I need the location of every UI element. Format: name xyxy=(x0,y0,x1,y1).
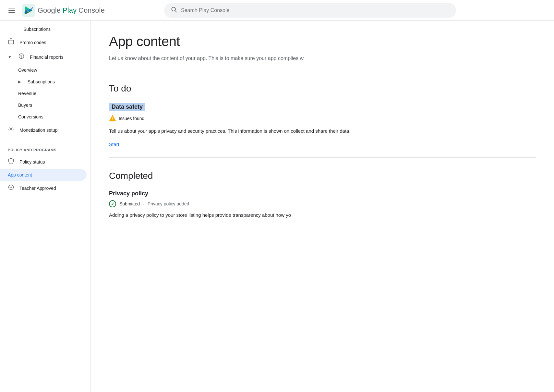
sidebar-label-subscriptions-top: Subscriptions xyxy=(23,27,51,32)
hamburger-line-2 xyxy=(8,10,15,11)
start-link[interactable]: Start xyxy=(109,141,119,147)
page-subtitle: Let us know about the content of your ap… xyxy=(109,55,536,62)
gear-icon xyxy=(8,126,14,134)
submitted-label: Submitted xyxy=(119,201,140,206)
svg-point-11 xyxy=(9,185,14,190)
warning-exclamation: ! xyxy=(112,117,113,121)
sidebar-label-promo-codes: Promo codes xyxy=(19,40,46,45)
app-layout: Google Play Console Subscriptions xyxy=(0,0,554,392)
main-content: App content Let us know about the conten… xyxy=(91,21,554,392)
data-safety-title: Data safety xyxy=(109,103,145,111)
search-input[interactable] xyxy=(181,7,450,13)
search-icon xyxy=(171,6,177,14)
store-icon xyxy=(8,38,14,46)
logo-icon xyxy=(22,4,35,17)
sidebar: Subscriptions Promo codes ▼ $ xyxy=(0,21,91,392)
section-divider-2 xyxy=(109,157,536,158)
logo-text: Google Play Console xyxy=(38,6,105,15)
data-safety-card: Data safety ! Issues found Tell us about… xyxy=(109,103,536,147)
sidebar-section-policy: Policy and programs xyxy=(0,143,90,154)
menu-button[interactable] xyxy=(5,4,18,17)
logo-area: Google Play Console xyxy=(22,4,105,17)
sidebar-label-teacher-approved: Teacher Approved xyxy=(19,186,56,191)
completed-section-title: Completed xyxy=(109,171,536,181)
sidebar-item-monetization-setup[interactable]: Monetization setup xyxy=(0,123,87,137)
svg-point-10 xyxy=(10,129,12,130)
sidebar-item-teacher-approved[interactable]: Teacher Approved xyxy=(0,181,87,195)
search-bar[interactable] xyxy=(164,3,456,18)
header: Google Play Console xyxy=(0,0,554,21)
sidebar-label-buyers: Buyers xyxy=(18,103,32,108)
page-title: App content xyxy=(109,34,536,49)
sidebar-label-financial-reports: Financial reports xyxy=(30,55,64,60)
completed-section: Completed Privacy policy ✓ Submitted · P… xyxy=(109,171,536,219)
svg-line-6 xyxy=(175,11,177,12)
svg-text:$: $ xyxy=(20,54,22,58)
svg-rect-7 xyxy=(9,40,14,44)
sidebar-item-subscriptions-sub[interactable]: ▶ Subscriptions xyxy=(0,76,87,88)
privacy-policy-desc: Adding a privacy policy to your store li… xyxy=(109,211,536,219)
sidebar-label-app-content: App content xyxy=(8,172,32,178)
todo-section-title: To do xyxy=(109,83,536,94)
logo-google: Google xyxy=(38,6,61,15)
body: Subscriptions Promo codes ▼ $ xyxy=(0,21,554,392)
sidebar-item-policy-status[interactable]: Policy status xyxy=(0,154,87,169)
sidebar-label-subscriptions-sub: Subscriptions xyxy=(28,79,55,84)
sidebar-item-financial-reports[interactable]: ▼ $ Financial reports xyxy=(0,50,87,64)
warning-icon: ! xyxy=(109,115,116,122)
sidebar-item-overview[interactable]: Overview xyxy=(0,64,87,76)
sidebar-item-promo-codes[interactable]: Promo codes xyxy=(0,35,87,50)
privacy-policy-card: Privacy policy ✓ Submitted · Privacy pol… xyxy=(109,190,536,219)
policy-added-label: Privacy policy added xyxy=(148,201,189,206)
sidebar-item-app-content[interactable]: App content xyxy=(0,169,87,181)
sidebar-label-overview: Overview xyxy=(18,67,37,73)
data-safety-desc: Tell us about your app's privacy and sec… xyxy=(109,127,536,135)
sidebar-label-monetization-setup: Monetization setup xyxy=(19,128,58,133)
chevron-right-icon: ▶ xyxy=(18,80,21,84)
dot-separator: · xyxy=(143,201,144,206)
sidebar-item-buyers[interactable]: Buyers xyxy=(0,99,87,111)
dollar-icon: $ xyxy=(18,53,25,61)
hamburger-line-3 xyxy=(8,12,15,13)
logo-console: Console xyxy=(77,6,105,15)
sidebar-item-conversions[interactable]: Conversions xyxy=(0,111,87,123)
sidebar-label-policy-status: Policy status xyxy=(19,159,45,165)
badge-icon xyxy=(8,184,14,192)
submitted-row: ✓ Submitted · Privacy policy added xyxy=(109,200,536,207)
sidebar-item-revenue[interactable]: Revenue xyxy=(0,88,87,99)
chevron-down-icon: ▼ xyxy=(8,55,12,59)
issues-row: ! Issues found xyxy=(109,115,536,122)
sidebar-label-revenue: Revenue xyxy=(18,91,36,96)
hamburger-line-1 xyxy=(8,8,15,8)
check-mark: ✓ xyxy=(111,202,114,206)
sidebar-divider xyxy=(0,140,90,140)
privacy-policy-title: Privacy policy xyxy=(109,190,536,197)
section-divider-1 xyxy=(109,73,536,73)
sidebar-label-conversions: Conversions xyxy=(18,114,43,119)
logo-play: Play xyxy=(61,6,77,15)
check-circle-icon: ✓ xyxy=(109,200,116,207)
shield-icon xyxy=(8,158,14,166)
sidebar-item-subscriptions-top[interactable]: Subscriptions xyxy=(0,23,87,35)
header-left: Google Play Console xyxy=(5,4,164,17)
issues-text: Issues found xyxy=(119,116,144,121)
